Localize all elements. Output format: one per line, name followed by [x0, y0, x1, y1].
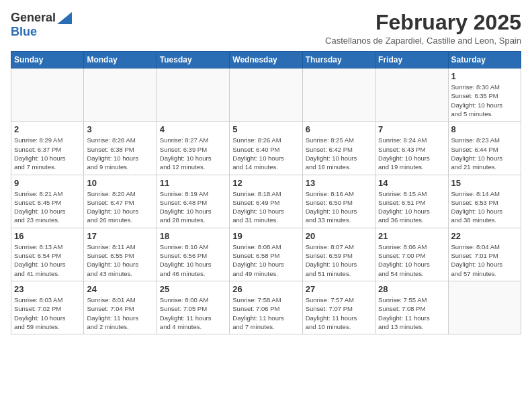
day-info: Sunrise: 8:01 AM Sunset: 7:04 PM Dayligh… — [87, 295, 153, 331]
calendar-day-cell: 5Sunrise: 8:26 AM Sunset: 6:40 PM Daylig… — [230, 122, 302, 175]
day-number: 1 — [451, 71, 518, 81]
calendar-week-row: 16Sunrise: 8:13 AM Sunset: 6:54 PM Dayli… — [11, 228, 521, 281]
day-number: 28 — [378, 284, 445, 294]
day-number: 21 — [378, 231, 445, 241]
day-number: 10 — [87, 178, 153, 188]
calendar-week-row: 9Sunrise: 8:21 AM Sunset: 6:45 PM Daylig… — [11, 175, 521, 228]
day-number: 3 — [87, 124, 153, 134]
day-info: Sunrise: 8:16 AM Sunset: 6:50 PM Dayligh… — [306, 189, 372, 225]
calendar-day-cell — [302, 68, 375, 122]
day-info: Sunrise: 8:18 AM Sunset: 6:49 PM Dayligh… — [232, 189, 299, 225]
day-info: Sunrise: 7:57 AM Sunset: 7:07 PM Dayligh… — [306, 295, 372, 331]
calendar-day-cell: 11Sunrise: 8:19 AM Sunset: 6:48 PM Dayli… — [157, 175, 229, 228]
calendar-day-cell: 28Sunrise: 7:55 AM Sunset: 7:08 PM Dayli… — [375, 281, 448, 334]
day-info: Sunrise: 8:07 AM Sunset: 6:59 PM Dayligh… — [306, 242, 372, 278]
day-header-wednesday: Wednesday — [230, 52, 302, 68]
day-info: Sunrise: 8:28 AM Sunset: 6:38 PM Dayligh… — [87, 136, 153, 171]
calendar-day-cell — [375, 68, 448, 122]
day-header-tuesday: Tuesday — [157, 52, 229, 68]
day-info: Sunrise: 8:19 AM Sunset: 6:48 PM Dayligh… — [160, 189, 226, 225]
day-number: 6 — [306, 124, 372, 134]
calendar-day-cell: 21Sunrise: 8:06 AM Sunset: 7:00 PM Dayli… — [375, 228, 448, 281]
day-number: 27 — [306, 284, 372, 294]
logo-triangle-icon — [57, 12, 72, 24]
day-number: 26 — [232, 284, 299, 294]
calendar-week-row: 2Sunrise: 8:29 AM Sunset: 6:37 PM Daylig… — [11, 122, 521, 175]
day-info: Sunrise: 8:20 AM Sunset: 6:47 PM Dayligh… — [87, 189, 153, 225]
day-info: Sunrise: 8:21 AM Sunset: 6:45 PM Dayligh… — [14, 189, 81, 225]
logo: General Blue — [11, 11, 72, 39]
calendar-day-cell — [157, 68, 229, 122]
calendar-day-cell — [84, 68, 157, 122]
calendar-header-row: SundayMondayTuesdayWednesdayThursdayFrid… — [11, 52, 521, 68]
day-number: 25 — [160, 284, 226, 294]
day-number: 23 — [14, 284, 81, 294]
svg-marker-0 — [57, 12, 72, 24]
calendar-day-cell: 23Sunrise: 8:03 AM Sunset: 7:02 PM Dayli… — [11, 281, 84, 334]
day-number: 18 — [160, 231, 226, 241]
calendar-day-cell: 19Sunrise: 8:08 AM Sunset: 6:58 PM Dayli… — [230, 228, 302, 281]
day-info: Sunrise: 8:15 AM Sunset: 6:51 PM Dayligh… — [378, 189, 445, 225]
logo-general: General — [11, 11, 56, 25]
day-info: Sunrise: 8:11 AM Sunset: 6:55 PM Dayligh… — [87, 242, 153, 278]
day-number: 9 — [14, 178, 81, 188]
calendar-day-cell: 15Sunrise: 8:14 AM Sunset: 6:53 PM Dayli… — [448, 175, 521, 228]
day-header-thursday: Thursday — [302, 52, 375, 68]
day-info: Sunrise: 8:30 AM Sunset: 6:35 PM Dayligh… — [451, 83, 518, 118]
day-info: Sunrise: 8:14 AM Sunset: 6:53 PM Dayligh… — [451, 189, 518, 225]
day-info: Sunrise: 8:25 AM Sunset: 6:42 PM Dayligh… — [306, 136, 372, 171]
calendar-day-cell: 25Sunrise: 8:00 AM Sunset: 7:05 PM Dayli… — [157, 281, 229, 334]
day-info: Sunrise: 8:06 AM Sunset: 7:00 PM Dayligh… — [378, 242, 445, 278]
day-number: 15 — [451, 178, 518, 188]
logo-blue: Blue — [11, 25, 37, 38]
day-header-sunday: Sunday — [11, 52, 84, 68]
calendar-day-cell: 22Sunrise: 8:04 AM Sunset: 7:01 PM Dayli… — [448, 228, 521, 281]
day-number: 24 — [87, 284, 153, 294]
day-info: Sunrise: 8:26 AM Sunset: 6:40 PM Dayligh… — [232, 136, 299, 171]
calendar-day-cell: 7Sunrise: 8:24 AM Sunset: 6:43 PM Daylig… — [375, 122, 448, 175]
title-block: February 2025 Castellanos de Zapardiel, … — [325, 11, 521, 46]
calendar-day-cell: 12Sunrise: 8:18 AM Sunset: 6:49 PM Dayli… — [230, 175, 302, 228]
day-info: Sunrise: 8:04 AM Sunset: 7:01 PM Dayligh… — [451, 242, 518, 278]
day-number: 17 — [87, 231, 153, 241]
month-title: February 2025 — [325, 11, 521, 34]
calendar-day-cell: 6Sunrise: 8:25 AM Sunset: 6:42 PM Daylig… — [302, 122, 375, 175]
day-number: 11 — [160, 178, 226, 188]
day-number: 19 — [232, 231, 299, 241]
day-info: Sunrise: 7:58 AM Sunset: 7:06 PM Dayligh… — [232, 295, 299, 331]
calendar-table: SundayMondayTuesdayWednesdayThursdayFrid… — [11, 51, 521, 334]
day-number: 16 — [14, 231, 81, 241]
day-header-monday: Monday — [84, 52, 157, 68]
calendar-day-cell — [448, 281, 521, 334]
day-header-saturday: Saturday — [448, 52, 521, 68]
day-info: Sunrise: 8:08 AM Sunset: 6:58 PM Dayligh… — [232, 242, 299, 278]
calendar-day-cell: 10Sunrise: 8:20 AM Sunset: 6:47 PM Dayli… — [84, 175, 157, 228]
calendar-day-cell: 17Sunrise: 8:11 AM Sunset: 6:55 PM Dayli… — [84, 228, 157, 281]
calendar-day-cell: 27Sunrise: 7:57 AM Sunset: 7:07 PM Dayli… — [302, 281, 375, 334]
page-header: General Blue February 2025 Castellanos d… — [11, 11, 521, 46]
day-number: 8 — [451, 124, 518, 134]
day-number: 7 — [378, 124, 445, 134]
calendar-week-row: 1Sunrise: 8:30 AM Sunset: 6:35 PM Daylig… — [11, 68, 521, 122]
calendar-day-cell: 2Sunrise: 8:29 AM Sunset: 6:37 PM Daylig… — [11, 122, 84, 175]
day-info: Sunrise: 8:03 AM Sunset: 7:02 PM Dayligh… — [14, 295, 81, 331]
day-info: Sunrise: 8:13 AM Sunset: 6:54 PM Dayligh… — [14, 242, 81, 278]
calendar-day-cell: 13Sunrise: 8:16 AM Sunset: 6:50 PM Dayli… — [302, 175, 375, 228]
location-subtitle: Castellanos de Zapardiel, Castille and L… — [325, 36, 521, 46]
calendar-day-cell: 20Sunrise: 8:07 AM Sunset: 6:59 PM Dayli… — [302, 228, 375, 281]
day-info: Sunrise: 8:00 AM Sunset: 7:05 PM Dayligh… — [160, 295, 226, 331]
calendar-day-cell: 8Sunrise: 8:23 AM Sunset: 6:44 PM Daylig… — [448, 122, 521, 175]
day-info: Sunrise: 8:23 AM Sunset: 6:44 PM Dayligh… — [451, 136, 518, 171]
day-header-friday: Friday — [375, 52, 448, 68]
day-number: 14 — [378, 178, 445, 188]
calendar-day-cell: 1Sunrise: 8:30 AM Sunset: 6:35 PM Daylig… — [448, 68, 521, 122]
day-number: 20 — [306, 231, 372, 241]
calendar-day-cell: 3Sunrise: 8:28 AM Sunset: 6:38 PM Daylig… — [84, 122, 157, 175]
day-number: 2 — [14, 124, 81, 134]
day-number: 13 — [306, 178, 372, 188]
day-info: Sunrise: 8:24 AM Sunset: 6:43 PM Dayligh… — [378, 136, 445, 171]
day-number: 12 — [232, 178, 299, 188]
calendar-day-cell — [11, 68, 84, 122]
day-number: 22 — [451, 231, 518, 241]
day-number: 5 — [232, 124, 299, 134]
